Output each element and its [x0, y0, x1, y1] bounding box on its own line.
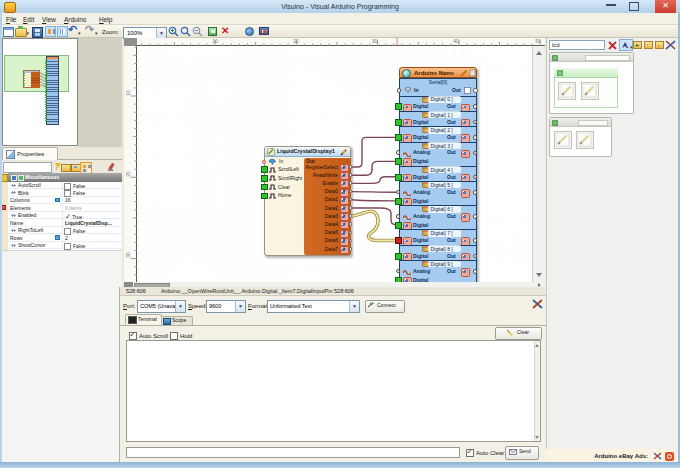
svg-text:20: 20	[293, 38, 299, 44]
svg-text:30: 30	[125, 252, 131, 258]
svg-text:40: 40	[453, 38, 459, 44]
svg-text:20: 20	[125, 171, 131, 177]
svg-text:10: 10	[212, 38, 218, 44]
svg-text:30: 30	[372, 38, 378, 44]
svg-text:50: 50	[535, 38, 541, 44]
svg-text:10: 10	[125, 90, 131, 96]
